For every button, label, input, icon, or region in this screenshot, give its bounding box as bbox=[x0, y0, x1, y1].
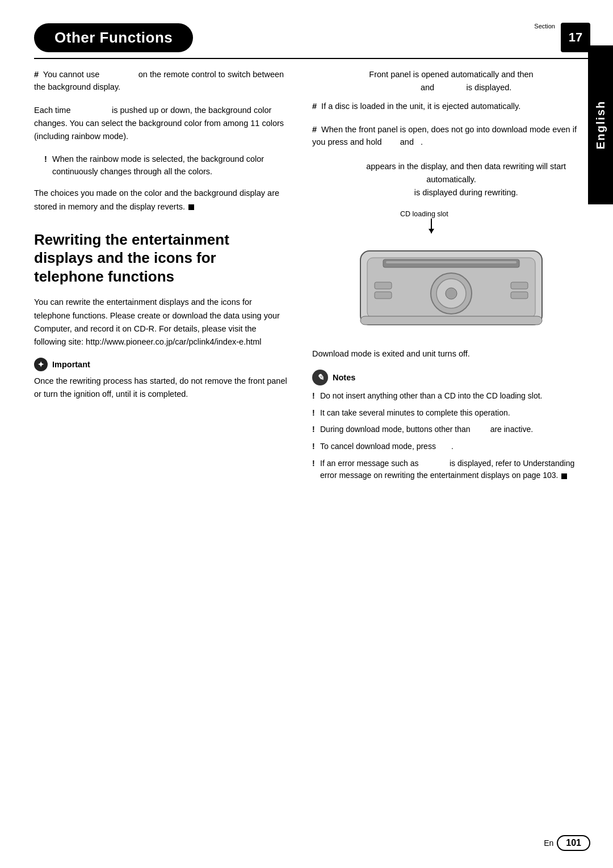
notes-item-4: To cancel download mode, press . bbox=[312, 441, 590, 453]
page-header: Other Functions Section 17 bbox=[0, 23, 613, 52]
notes-icon: ✎ bbox=[312, 370, 328, 385]
svg-rect-11 bbox=[360, 316, 542, 325]
svg-rect-10 bbox=[511, 292, 528, 299]
notes-item-3: During download mode, buttons other than… bbox=[312, 423, 590, 436]
section-heading: Rewriting the entertainment displays and… bbox=[34, 230, 289, 286]
notes-block: ✎ Notes Do not insert anything other tha… bbox=[312, 370, 590, 482]
svg-rect-7 bbox=[375, 282, 392, 289]
important-label-row: ✦ Important bbox=[34, 358, 289, 371]
note-hash-2-text: If a disc is loaded in the unit, it is e… bbox=[321, 102, 520, 111]
note-hash-3: # When the front panel is open, does not… bbox=[312, 123, 590, 149]
cd-diagram-container: CD loading slot bbox=[312, 208, 590, 336]
en-label: En bbox=[544, 838, 553, 848]
svg-rect-9 bbox=[511, 282, 528, 289]
bullet-list: When the rainbow mode is selected, the b… bbox=[44, 153, 289, 178]
note-hash-3-text: When the front panel is open, does not g… bbox=[312, 125, 577, 146]
notes-item-1: Do not insert anything other than a CD i… bbox=[312, 390, 590, 402]
cd-arrow-line bbox=[431, 219, 432, 233]
section-area: Section 17 bbox=[534, 23, 590, 52]
notes-list: Do not insert anything other than a CD i… bbox=[312, 390, 590, 482]
note-hash-2: # If a disc is loaded in the unit, it is… bbox=[312, 100, 590, 112]
notes-item-2: It can take several minutes to complete … bbox=[312, 407, 590, 420]
important-icon: ✦ bbox=[34, 358, 48, 371]
right-column: Front panel is opened automatically and … bbox=[306, 68, 590, 487]
hash-symbol-3: # bbox=[312, 125, 317, 134]
bullet-item: When the rainbow mode is selected, the b… bbox=[44, 153, 289, 178]
note-hash-1-text: You cannot use on the remote control to … bbox=[34, 70, 284, 91]
cd-device-svg bbox=[355, 228, 548, 336]
left-column: # You cannot use on the remote control t… bbox=[34, 68, 306, 487]
stop-icon-2 bbox=[561, 473, 567, 479]
important-block: ✦ Important Once the rewriting process h… bbox=[34, 358, 289, 401]
important-body: Once the rewriting process has started, … bbox=[34, 375, 289, 401]
hash-symbol-2: # bbox=[312, 102, 317, 111]
hash-symbol: # bbox=[34, 70, 39, 79]
diagram-intro: appears in the display, and then data re… bbox=[312, 160, 590, 200]
note-hash-1: # You cannot use on the remote control t… bbox=[34, 68, 289, 94]
page-footer: En 101 bbox=[544, 835, 590, 851]
header-divider bbox=[34, 58, 590, 59]
page: Other Functions Section 17 English # You… bbox=[0, 0, 613, 868]
svg-point-6 bbox=[446, 288, 457, 299]
svg-rect-8 bbox=[375, 292, 392, 299]
body-text-1: Each time is pushed up or down, the back… bbox=[34, 104, 289, 144]
cd-label: CD loading slot bbox=[355, 210, 448, 218]
chapter-title: Other Functions bbox=[34, 23, 193, 52]
notes-label-row: ✎ Notes bbox=[312, 370, 590, 385]
right-top-text-1: Front panel is opened automatically and … bbox=[312, 68, 590, 94]
page-number: 101 bbox=[557, 835, 590, 851]
body-text-2: The choices you made on the color and th… bbox=[34, 187, 289, 213]
notes-label-text: Notes bbox=[333, 373, 355, 382]
cd-arrow-head bbox=[429, 229, 434, 233]
language-sidebar: English bbox=[588, 45, 613, 204]
section-label: Section bbox=[534, 23, 555, 30]
section-body: You can rewrite the entertainment displa… bbox=[34, 296, 289, 349]
section-number: 17 bbox=[561, 23, 590, 52]
download-exit-text: Download mode is exited and unit turns o… bbox=[312, 347, 590, 360]
important-label-text: Important bbox=[52, 360, 90, 369]
svg-rect-3 bbox=[386, 261, 517, 263]
main-content: # You cannot use on the remote control t… bbox=[0, 68, 613, 487]
notes-item-5: If an error message such as is displayed… bbox=[312, 458, 590, 482]
stop-icon bbox=[188, 204, 194, 210]
